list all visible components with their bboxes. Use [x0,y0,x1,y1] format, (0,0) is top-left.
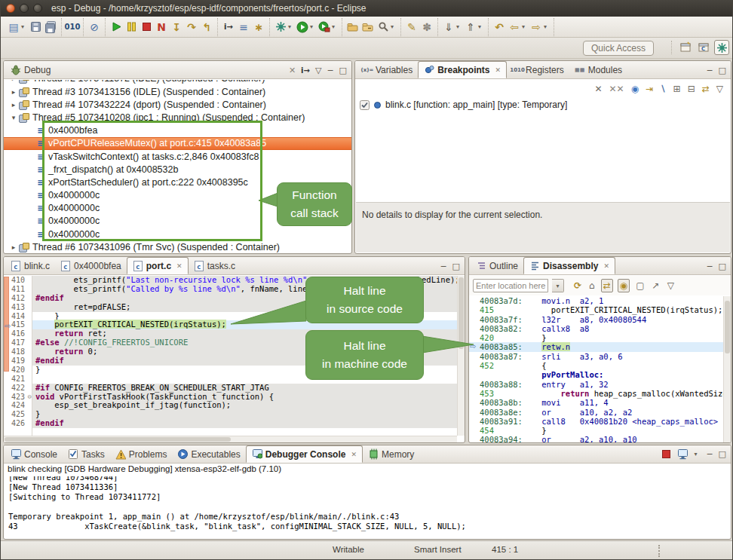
mark-occurrences-button[interactable]: ✎ [404,20,419,35]
stack-frame-row[interactable]: ≡0x4000000c [4,189,351,202]
maximize-view-button[interactable]: □ [339,66,347,75]
back-button-dropdown[interactable]: ▾ [522,23,529,30]
console-output[interactable]: [New Thread 1073468744][New Thread 10734… [4,476,731,539]
tab-breakpoints[interactable]: Breakpoints✕ [418,61,507,78]
scrollbar-thumb[interactable] [5,437,231,442]
run-button-dropdown[interactable]: ▾ [310,23,317,30]
run-button[interactable] [295,20,310,35]
cpp-perspective-button[interactable]: C [696,40,711,55]
remove-all-breakpoints-button[interactable]: ✕✕ [609,84,624,94]
refresh-view-button[interactable]: ⟳ [572,280,583,292]
previous-annotation-button[interactable]: ⇑ [463,20,478,35]
breakpoint-checkbox[interactable] [360,100,370,110]
search-button[interactable] [376,20,391,35]
use-step-filters-button[interactable]: ∗ [251,20,266,35]
tab-debugger-console[interactable]: Debugger Console✕ [246,445,363,463]
debug-button[interactable] [273,20,288,35]
previous-annotation-button-dropdown[interactable]: ▾ [478,23,485,30]
tab-tasks[interactable]: Tasks [63,445,110,463]
show-debug-view-button[interactable]: ≡ [236,20,251,35]
step-over-button[interactable]: ↷ [184,20,199,35]
next-annotation-button[interactable]: ⇓ [441,20,456,35]
tab-console[interactable]: Console [5,445,63,463]
thread-row[interactable]: ▸Thread #2 1073411572 (IDLE) (Suspended … [4,80,351,85]
stack-frame-row[interactable]: ≡vTaskSwitchContext() at tasks.c:2,846 0… [4,150,351,163]
thread-row[interactable]: ▾Thread #5 1073410208 (ipc1 : Running) (… [4,111,351,124]
home-button[interactable]: ⌂ [587,280,597,292]
tab-tasks-c[interactable]: ctasks.c [189,257,241,274]
window-maximize-button[interactable] [33,4,42,13]
tab-port-c[interactable]: cport.c✕ [127,257,189,274]
remove-all-terminated-button[interactable]: ✕ [289,66,296,75]
close-icon[interactable]: ✕ [603,262,609,270]
resume-button[interactable] [109,20,124,35]
stack-frame-row[interactable]: ≡0x4000000c [4,202,351,215]
new-view-button[interactable]: ▢ [634,280,646,292]
thread-row[interactable]: ▸Thread #4 1073432224 (dport) (Suspended… [4,98,351,111]
editor-horizontal-scrollbar[interactable] [4,436,457,442]
tab-modules[interactable]: ▦▦Modules [569,61,627,78]
editor-vertical-scrollbar[interactable] [457,276,465,436]
forward-button-dropdown[interactable]: ▾ [544,23,551,30]
terminate-button[interactable] [139,20,154,35]
tab-debug[interactable]: Debug [5,61,56,78]
forward-button[interactable]: ⇨ [529,20,544,35]
open-folder-button[interactable] [360,20,376,35]
stack-frame-row[interactable]: ≡_frxt_dispatch() at 0x4008532b [4,163,351,176]
save-all-button[interactable] [43,20,58,35]
minimize-view-button[interactable]: − [706,262,713,271]
code-area[interactable]: ets_printf("Last non-recursive lock %s l… [32,276,465,442]
show-breakpoints-for-button[interactable]: ◉ [631,84,639,94]
disconnect-button[interactable]: N [154,20,169,35]
link-with-debug-view-toggle[interactable]: ⇄ [702,84,710,94]
collapse-all-button[interactable]: ⊟ [688,84,695,94]
tab-problems[interactable]: Problems [110,445,173,463]
tab-blink-c[interactable]: cblink.c [5,257,55,274]
stack-frame-row[interactable]: ≡xPortStartScheduler() at port.c:222 0x4… [4,176,351,188]
stack-frame-row[interactable]: ≡vPortCPUReleaseMutex() at port.c:415 0x… [4,137,351,150]
track-expression-toggle[interactable]: ◉ [618,279,630,292]
window-close-button[interactable] [6,4,15,13]
source-editor[interactable]: ⇨ 41041141241341441541641741841942042142… [4,276,465,442]
external-tools-button[interactable] [317,20,332,35]
external-tools-button-dropdown[interactable]: ▾ [332,23,339,30]
step-into-button[interactable]: ↧ [169,20,184,35]
sync-with-debug-toggle[interactable]: ⇄ [601,279,613,292]
suspend-button[interactable] [124,20,139,35]
tab-executables[interactable]: Executables [172,445,245,463]
maximize-view-button[interactable]: □ [452,262,460,271]
tab-outline[interactable]: Outline [471,257,523,274]
tab-disassembly[interactable]: Disassembly✕ [523,257,615,274]
display-selected-console-button[interactable] [677,448,689,460]
search-button-dropdown[interactable]: ▾ [391,23,397,30]
remove-breakpoint-button[interactable]: ✕ [595,84,603,94]
stack-frame-row[interactable]: ≡0x4000bfea [4,124,351,137]
save-button[interactable] [28,20,43,35]
disassembly-listing[interactable]: 40083a7d: movi.n a2, 1415 portEXIT_CRITI… [469,296,723,442]
skip-all-breakpoints-toggle[interactable]: ∖ [660,84,666,94]
open-project-button[interactable] [345,20,360,35]
breakpoint-list-item[interactable]: blink.c [function: app_main] [type: Temp… [360,98,729,112]
debug-perspective-button[interactable] [714,40,729,55]
tab-registers[interactable]: 1010Registers [507,61,569,78]
scrollbar-thumb[interactable] [459,277,464,349]
close-icon[interactable]: ✕ [176,262,182,270]
minimize-view-button[interactable]: − [440,262,446,271]
stack-frame-row[interactable]: ≡0x4000000c [4,228,351,240]
next-annotation-button-dropdown[interactable]: ▾ [456,23,463,30]
tab-variables[interactable]: (x)=Variables [357,61,418,78]
open-perspective-button[interactable] [678,40,693,55]
tab-0x4000bfea[interactable]: c0x4000bfea [55,257,127,274]
debug-call-stack-tree[interactable]: ▸Thread #2 1073411572 (IDLE) (Suspended … [4,80,351,252]
thread-row[interactable]: ▸Thread #6 1073431096 (Tmr Svc) (Suspend… [4,240,351,252]
terminate-console-button[interactable] [661,448,672,460]
view-menu-button[interactable]: ▽ [666,280,676,292]
new-wizard-button-dropdown[interactable]: ▾ [21,23,28,30]
step-return-button[interactable]: ↰ [199,20,214,35]
window-minimize-button[interactable] [20,4,29,13]
location-input[interactable]: Enter location here [473,279,548,292]
maximize-view-button[interactable]: □ [719,66,726,75]
minimize-view-button[interactable]: − [327,66,333,75]
view-menu-button[interactable]: ▽ [315,66,321,75]
minimize-view-button[interactable]: − [706,66,713,75]
